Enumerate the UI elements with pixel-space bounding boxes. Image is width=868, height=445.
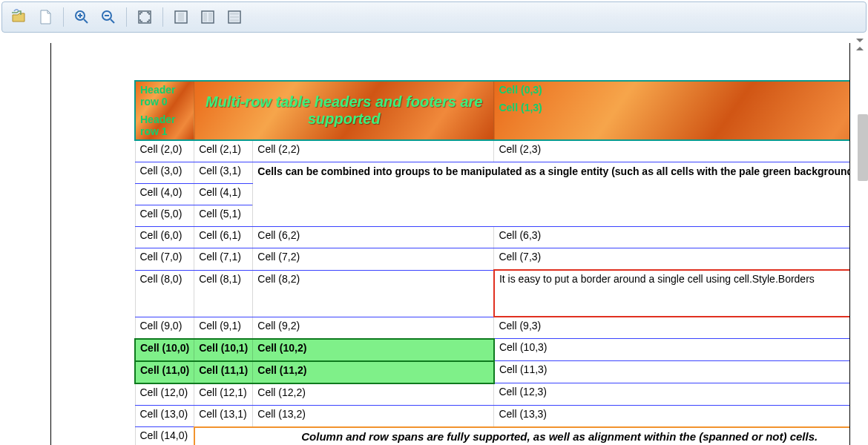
toolbar-separator [162, 7, 163, 27]
cell: Cell (2,0) [135, 140, 194, 162]
svg-rect-14 [230, 13, 239, 15]
cell: Cell (12,3) [494, 383, 850, 406]
cell: Cell (13,0) [135, 405, 194, 427]
cell: Cell (10,2) [253, 339, 494, 361]
fit-page-button[interactable] [133, 5, 157, 29]
sample-table: Header row 0 Header row 1 Multi-row tabl… [134, 80, 850, 445]
svg-rect-9 [178, 13, 184, 22]
cell: Cell (5,1) [194, 205, 253, 227]
cell: Cell (2,3) [494, 140, 850, 162]
cell: Cell (11,0) [135, 361, 194, 383]
cell: Cell (9,3) [494, 317, 850, 339]
cell: Cell (3,0) [135, 162, 194, 184]
header-title: Multi-row table headers and footers are … [194, 81, 494, 140]
scrollbar-thumb[interactable] [858, 114, 868, 181]
svg-line-5 [111, 19, 114, 23]
open-file-button[interactable] [7, 5, 30, 29]
orange-span-callout: Column and row spans are fully supported… [194, 427, 850, 446]
document-page: Header row 0 Header row 1 Multi-row tabl… [50, 43, 850, 445]
cell: Cell (2,2) [253, 140, 494, 162]
chevron-up-icon [856, 47, 864, 50]
cell: Cell (5,0) [135, 205, 194, 227]
header-row0: Header row 0 [140, 84, 189, 108]
cell: Cell (13,3) [494, 405, 850, 427]
cell: Cell (6,0) [135, 227, 194, 248]
svg-rect-15 [230, 16, 239, 19]
zoom-out-button[interactable] [96, 5, 120, 29]
svg-rect-16 [230, 19, 239, 22]
toolbar-separator [63, 7, 64, 27]
toolbar-separator [126, 7, 127, 27]
cell: Cell (12,1) [194, 383, 253, 406]
red-border-callout: It is easy to put a border around a sing… [494, 270, 850, 317]
cell: Cell (11,1) [194, 361, 253, 383]
cell: Cell (13,2) [253, 405, 494, 427]
cell: Cell (2,1) [194, 140, 253, 162]
two-page-button[interactable] [196, 5, 220, 29]
header-cell-1-3: Cell (1,3) [499, 102, 850, 113]
cell: Cell (7,2) [253, 248, 494, 271]
cell: Cell (11,3) [494, 361, 850, 383]
cell: Cell (10,0) [135, 339, 194, 361]
cell: Cell (6,2) [253, 227, 494, 248]
cell: Cell (9,0) [135, 317, 194, 339]
cell: Cell (4,0) [135, 184, 194, 205]
panel-collapse[interactable] [856, 39, 864, 50]
cell: Cell (8,0) [135, 270, 194, 317]
cell: Cell (8,1) [194, 270, 253, 317]
cell: Cell (7,0) [135, 248, 194, 271]
cell: Cell (8,2) [253, 270, 494, 317]
svg-line-1 [84, 19, 88, 23]
chevron-down-icon [856, 39, 864, 42]
cell: Cell (12,2) [253, 383, 494, 406]
header-row1: Header row 1 [140, 113, 189, 137]
viewport: Header row 0 Header row 1 Multi-row tabl… [0, 34, 868, 445]
cell: Cell (9,1) [194, 317, 253, 339]
cell: Cell (9,2) [253, 317, 494, 339]
cell: Cell (6,1) [194, 227, 253, 248]
cell: Cell (7,3) [494, 248, 850, 271]
cell: Cell (10,1) [194, 339, 253, 361]
zoom-in-button[interactable] [70, 5, 93, 29]
toolbar [1, 1, 867, 33]
cell: Cell (13,1) [194, 405, 253, 427]
cell: Cell (10,3) [494, 339, 850, 361]
single-page-button[interactable] [169, 5, 193, 29]
green-group-callout: Cells can be combined into groups to be … [253, 162, 850, 227]
cell: Cell (3,1) [194, 162, 253, 184]
scrollbar[interactable] [858, 105, 868, 209]
continuous-page-button[interactable] [223, 5, 246, 29]
cell: Cell (14,0) [135, 427, 194, 446]
svg-rect-11 [203, 13, 207, 22]
cell: Cell (7,1) [194, 248, 253, 271]
cell: Cell (11,2) [253, 361, 494, 383]
cell: Cell (6,3) [494, 227, 850, 248]
new-page-button[interactable] [33, 5, 57, 29]
header-cell-0-3: Cell (0,3) [499, 84, 850, 96]
cell: Cell (12,0) [135, 383, 194, 406]
cell: Cell (4,1) [194, 184, 253, 205]
svg-rect-12 [208, 13, 212, 22]
